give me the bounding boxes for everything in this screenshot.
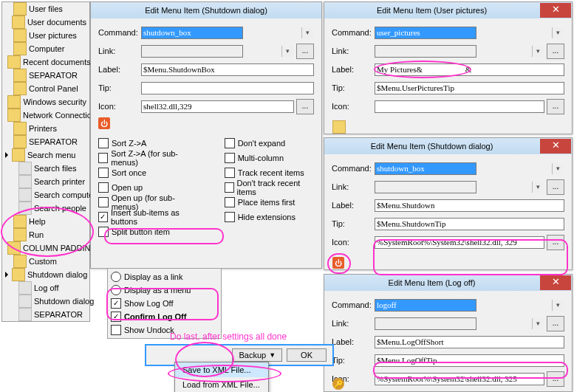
tree-item[interactable]: User pictures [2,29,89,42]
dialog-shutdown2: Edit Menu Item (Shutdown dialog)✕ Comman… [324,137,573,270]
command-input[interactable] [375,162,476,175]
tree-item[interactable]: Search files [2,162,89,175]
chevron-down-icon[interactable]: ▾ [552,300,564,311]
close-button[interactable]: ✕ [540,3,571,18]
option-checkbox[interactable]: Hide extensions [225,210,314,224]
chevron-down-icon[interactable]: ▾ [532,46,544,57]
label-input[interactable] [141,63,314,76]
icon-input[interactable] [375,236,544,249]
tree-item[interactable]: Recent documents [2,55,89,69]
tree-item[interactable]: Control Panel [2,82,89,95]
tip-input[interactable] [375,218,564,230]
tree-item[interactable]: SEPARATOR [2,69,89,82]
close-button[interactable]: ✕ [540,139,571,154]
item-icon [13,42,27,55]
option-checkbox[interactable]: Don't track recent items [225,181,314,194]
tree-item[interactable]: SEPARATOR [2,135,89,148]
backup-menu: Save to XML File...Load from XML File...… [174,362,269,392]
link-input[interactable] [375,181,476,193]
command-input[interactable] [141,27,243,39]
backup-button[interactable]: Backup▼ [232,348,282,362]
label-input[interactable] [375,336,564,348]
chevron-down-icon[interactable]: ▾ [532,182,544,193]
folder-icon [332,120,346,134]
tree-item[interactable]: COLUMN PADDING [2,241,89,255]
browse-button[interactable]: ... [547,316,564,331]
chevron-down-icon[interactable]: ▾ [552,27,564,38]
tip-input[interactable] [141,82,314,94]
option-checkbox[interactable]: Place items first [225,196,314,209]
option-checkbox[interactable]: Multi-column [225,151,314,165]
option-checkbox[interactable]: Open up (for sub-menus) [98,196,199,209]
tree-item[interactable]: Search menu [2,148,89,162]
option-checkbox[interactable]: Don't expand [225,137,314,150]
menu-item[interactable]: Load from XML File... [175,377,268,392]
tree-item[interactable]: User documents [2,16,89,29]
tree-item[interactable]: Printers [2,122,89,135]
checkbox-label: Sort Z->A [112,139,146,148]
ok-button[interactable]: OK [287,348,327,362]
link-input[interactable] [141,45,243,58]
tip-input[interactable] [375,354,564,367]
tree-item[interactable]: Run [2,228,89,241]
chevron-down-icon[interactable]: ▾ [281,46,293,57]
dialog-userpictures: Edit Menu Item (User pictures)✕ Command:… [324,1,573,134]
item-icon [18,188,32,202]
item-icon [18,202,32,215]
chevron-down-icon[interactable]: ▾ [552,163,564,174]
tree-item[interactable]: Search computers [2,188,89,202]
tree-item[interactable]: Custom [2,255,89,268]
panel-checkbox[interactable]: ✓Show Log Off [111,297,218,310]
tree-item[interactable]: User files [2,2,89,16]
option-checkbox[interactable]: Sort once [98,166,199,179]
display-radio[interactable]: Display as a link [111,270,218,283]
tree-item[interactable]: Search printer [2,175,89,188]
tree-item[interactable]: Network Connections [2,109,89,122]
option-checkbox[interactable]: ✓Insert sub-items as buttons [98,210,199,224]
browse-button[interactable]: ... [547,235,564,250]
checkbox-label: Multi-column [238,154,284,162]
browse-button[interactable]: ... [547,371,564,387]
tree-item[interactable]: Help [2,215,89,228]
item-icon [13,2,27,16]
close-button[interactable]: ✕ [540,275,571,290]
link-input[interactable] [375,317,476,330]
option-checkbox[interactable]: Open up [98,181,199,194]
checkbox-label: Sort once [112,168,146,177]
browse-button[interactable]: ... [547,179,564,195]
tip-input[interactable] [375,82,564,94]
tree-item[interactable]: SEPARATOR [2,308,89,321]
label-input[interactable] [375,199,564,212]
panel-checkbox[interactable]: ✓Confirm Log Off [111,310,218,323]
browse-button[interactable]: ... [296,99,314,114]
tree-item[interactable]: Shutdown dialog [2,295,89,308]
browse-button[interactable]: ... [296,44,314,59]
icon-input[interactable] [375,100,544,113]
option-checkbox[interactable]: Sort Z->A (for sub-menus) [98,151,199,165]
chevron-down-icon[interactable]: ▾ [532,318,544,329]
option-checkbox[interactable]: Split button item [98,225,199,238]
tree-item[interactable]: Shutdown dialog [2,268,89,281]
tree-label: SEPARATOR [29,71,78,80]
tree-item[interactable]: Search people [2,202,89,215]
label-input[interactable] [375,63,564,76]
title: Edit Menu Item (Shutdown dialog) [324,142,539,151]
command-input[interactable] [375,27,476,39]
option-checkbox[interactable]: Track recent items [225,166,314,179]
tree-item[interactable]: Log off [2,281,89,295]
tree-item[interactable]: Windows security [2,95,89,109]
link-input[interactable] [375,45,476,58]
browse-button[interactable]: ... [547,44,564,59]
tree-label: Custom [29,257,57,266]
tree-label: SEPARATOR [34,310,83,319]
browse-button[interactable]: ... [547,99,564,114]
display-radio[interactable]: Display as a menu [111,283,218,297]
icon-input[interactable] [141,100,294,113]
tree-item[interactable]: Computer [2,42,89,55]
option-checkbox[interactable]: Sort Z->A [98,137,199,150]
tree-label: Shutdown dialog [27,270,87,279]
menu-item[interactable]: Save to XML File... [175,362,268,377]
chevron-down-icon[interactable]: ▾ [301,27,313,38]
command-input[interactable] [375,299,476,312]
icon-input[interactable] [375,373,544,385]
